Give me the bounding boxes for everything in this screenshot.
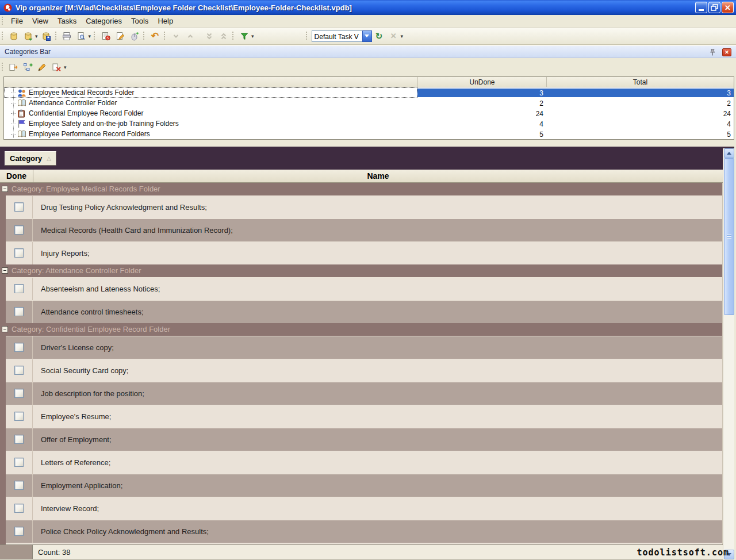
new-category-button[interactable] (6, 60, 21, 74)
task-row[interactable]: Offer of Employment; (6, 428, 722, 451)
task-row[interactable]: Injury Reports; (6, 241, 722, 264)
task-row[interactable]: Drug Testing Policy Acknowledgment and R… (6, 195, 722, 218)
group-row[interactable]: Category: Attendance Controller Folder (0, 264, 722, 277)
toolbar-grip[interactable] (305, 32, 308, 41)
task-view-combo-value[interactable]: Default Task V (312, 30, 362, 42)
toolbar-grip[interactable] (1, 17, 4, 26)
save-database-button[interactable] (39, 29, 53, 43)
task-checkbox[interactable] (14, 343, 24, 352)
move-to-top-button[interactable] (216, 29, 231, 43)
edit-category-button[interactable] (35, 60, 49, 74)
complete-task-button[interactable] (127, 29, 141, 43)
task-row[interactable]: Interview Record; (6, 497, 722, 520)
filter-view-dropdown-icon[interactable]: ▾ (251, 33, 254, 39)
task-checkbox[interactable] (14, 307, 24, 316)
print-preview-dropdown-icon[interactable]: ▾ (89, 33, 91, 39)
tree-connector (11, 134, 16, 135)
task-checkbox[interactable] (14, 504, 24, 513)
menu-item-tasks[interactable]: Tasks (53, 15, 81, 27)
move-down-button[interactable] (168, 29, 183, 43)
task-row[interactable]: Absenteeism and Lateness Notices; (6, 277, 722, 300)
task-name: Drug Testing Policy Acknowledgment and R… (33, 196, 722, 218)
close-button[interactable]: ✕ (722, 2, 734, 13)
toolbar-grip[interactable] (1, 63, 4, 72)
toolbar-grip[interactable] (1, 32, 4, 41)
group-row[interactable]: Category: Confidential Employee Record F… (0, 323, 722, 336)
print-button[interactable] (60, 29, 74, 43)
task-view-combo[interactable]: Default Task V (312, 30, 372, 42)
categories-bar-close-button[interactable]: ✕ (722, 48, 731, 56)
category-row[interactable]: Confidential Employee Record Folder2424 (4, 108, 734, 118)
task-row[interactable]: Job description for the position; (6, 382, 722, 405)
toolbar-grip[interactable] (163, 32, 166, 41)
toolbar-grip[interactable] (232, 32, 235, 41)
task-checkbox[interactable] (14, 248, 24, 258)
combo-dropdown-button[interactable] (362, 30, 372, 42)
task-row[interactable]: Police Check Policy Acknowledgment and R… (6, 520, 722, 543)
new-database-button[interactable] (6, 29, 21, 43)
name-column-header[interactable]: Name (33, 170, 723, 182)
task-checkbox[interactable] (14, 527, 24, 536)
collapse-icon[interactable] (2, 186, 8, 192)
vertical-scrollbar[interactable] (723, 148, 734, 559)
undo-button[interactable]: ↶ (148, 29, 162, 43)
total-column-header[interactable]: Total (546, 77, 734, 87)
task-row[interactable]: Employee's Resume; (6, 405, 722, 428)
apply-view-button[interactable]: ↻ (372, 29, 386, 43)
task-checkbox[interactable] (14, 202, 24, 212)
task-checkbox[interactable] (14, 366, 24, 375)
move-to-bottom-button[interactable] (202, 29, 216, 43)
minimize-button[interactable] (695, 2, 707, 13)
clear-view-button[interactable]: ✕ (386, 29, 401, 43)
task-checkbox[interactable] (14, 435, 24, 444)
open-database-dropdown-icon[interactable]: ▾ (35, 33, 38, 39)
undone-column-header[interactable]: UnDone (417, 77, 546, 87)
task-row[interactable]: Letters of Reference; (6, 451, 722, 474)
menu-item-file[interactable]: File (6, 15, 28, 27)
group-row[interactable]: Category: Employee Medical Records Folde… (0, 183, 722, 195)
scrollbar-thumb[interactable] (724, 158, 734, 315)
task-checkbox[interactable] (14, 389, 24, 398)
toolbar-overflow-icon[interactable]: ▾ (401, 33, 404, 39)
new-task-button[interactable] (98, 29, 113, 43)
task-row[interactable]: Medical Records (Health Card and Immuniz… (6, 218, 722, 241)
task-checkbox[interactable] (14, 412, 24, 421)
category-row[interactable]: Employee Safety and on-the-job Training … (4, 118, 734, 129)
task-checkbox[interactable] (14, 481, 24, 490)
print-preview-button[interactable] (74, 29, 89, 43)
edit-task-button[interactable] (113, 29, 127, 43)
task-checkbox[interactable] (14, 225, 24, 235)
task-checkbox[interactable] (14, 284, 24, 293)
menu-item-view[interactable]: View (28, 15, 53, 27)
menu-item-tools[interactable]: Tools (126, 15, 153, 27)
done-column-header[interactable]: Done (0, 170, 33, 182)
filter-view-button[interactable] (237, 29, 251, 43)
name-column-header[interactable] (4, 77, 417, 87)
menu-item-categories[interactable]: Categories (81, 15, 126, 27)
pin-icon[interactable] (708, 48, 716, 56)
undone-cell: 24 (417, 109, 546, 118)
task-row[interactable]: Attendance control timesheets; (6, 300, 722, 323)
open-database-button[interactable] (21, 29, 35, 43)
toolbar-grip[interactable] (143, 32, 145, 41)
restore-button[interactable] (708, 2, 720, 13)
collapse-icon[interactable] (2, 326, 8, 332)
collapse-icon[interactable] (2, 267, 8, 274)
new-subcategory-button[interactable] (21, 60, 35, 74)
category-row[interactable]: Employee Performance Record Folders55 (4, 129, 734, 139)
move-up-button[interactable] (183, 29, 197, 43)
category-row[interactable]: Employee Medical Records Folder33 (4, 87, 734, 98)
task-row[interactable]: Driver's License copy; (6, 336, 722, 359)
group-by-category-button[interactable]: Category △ (5, 151, 56, 166)
scroll-up-button[interactable] (724, 148, 734, 158)
category-row[interactable]: Attendance Controller Folder22 (4, 98, 734, 108)
task-row[interactable]: Employment Application; (6, 474, 722, 497)
categories-toolbar-dropdown-icon[interactable]: ▾ (64, 64, 67, 70)
task-row[interactable]: Social Security Card copy; (6, 359, 722, 382)
undone-cell: 2 (417, 99, 546, 108)
toolbar-grip[interactable] (93, 32, 96, 41)
delete-category-button[interactable] (49, 60, 64, 74)
task-checkbox[interactable] (14, 458, 24, 467)
toolbar-grip[interactable] (55, 32, 57, 41)
menu-item-help[interactable]: Help (153, 15, 178, 27)
